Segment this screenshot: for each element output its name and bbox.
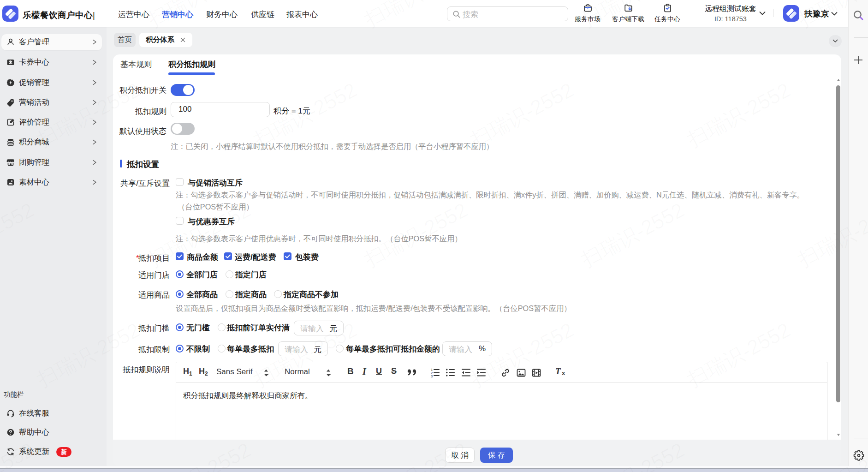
svg-text:3: 3: [431, 374, 433, 377]
